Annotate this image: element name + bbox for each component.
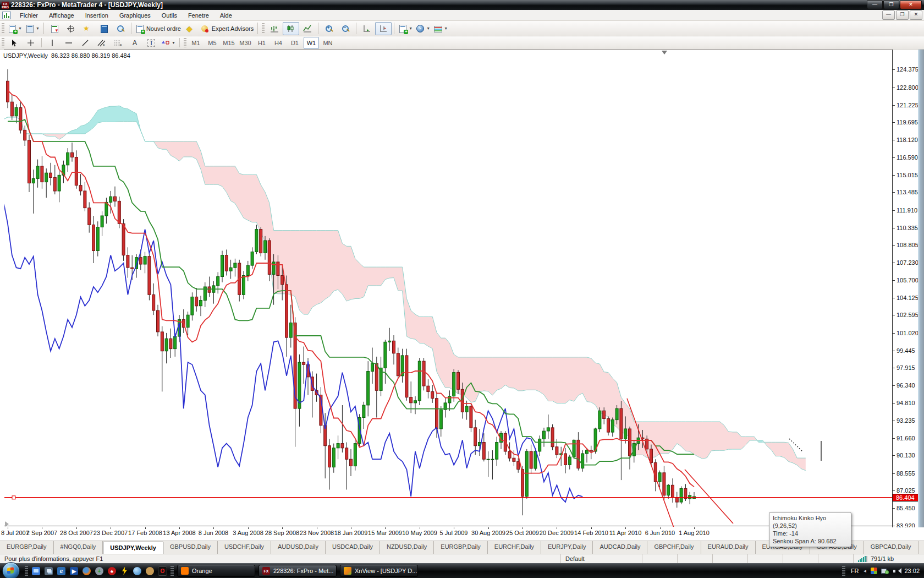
status-profile[interactable]: Default [561,554,642,563]
periods-button[interactable]: ▼ [414,22,432,35]
tab-gbpcad-daily[interactable]: GBPCAD,Daily [864,541,919,554]
start-button[interactable] [2,562,20,578]
horizontal-line-button[interactable] [61,36,77,50]
mdi-close-button[interactable]: ✕ [910,10,922,20]
date-tick [213,527,214,529]
timeframe-button-m5[interactable]: M5 [205,37,220,49]
tray-app-icon[interactable] [871,568,877,574]
antivirus-button[interactable]: + [94,566,105,576]
candlestick-chart-button[interactable] [283,22,299,35]
tab-audjpy-daily[interactable]: AUDJPY,Daily [919,541,924,554]
price-chart[interactable] [4,50,892,527]
channel-button[interactable]: F [94,36,110,50]
timeframe-button-h4[interactable]: H4 [271,37,286,49]
tab-usdjpy-weekly[interactable]: USDJPY,Weekly [103,542,163,554]
timeframe-button-m1[interactable]: M1 [188,37,204,49]
date-label: 1 Aug 2010 [679,530,710,536]
messenger-button[interactable] [132,566,142,576]
menu-item-outils[interactable]: Outils [156,11,183,20]
clock-icon [416,24,425,33]
tab-audcad-daily[interactable]: AUDCAD,Daily [593,541,647,554]
window-title: 228326: FxPro - MetaTrader 4 - [USDJPY,W… [11,1,866,9]
timeframe-button-m30[interactable]: M30 [238,37,253,49]
zoom-in-button[interactable]: + [321,22,337,35]
close-button[interactable]: ✕ [900,1,922,9]
tab-usdchf-daily[interactable]: USDCHF,Daily [218,541,271,554]
price-axis[interactable]: 124.375122.800121.225119.695118.120116.5… [892,50,918,527]
language-indicator[interactable]: FR [851,568,859,574]
tab-eurgbp-daily[interactable]: EURGBP,Daily [0,541,54,554]
timeframe-button-d1[interactable]: D1 [287,37,302,49]
tab-audusd-daily[interactable]: AUDUSD,Daily [271,541,326,554]
tab-gbpchf-daily[interactable]: GBPCHF,Daily [647,541,701,554]
label-tool-icon: T [147,39,156,47]
price-tick [893,473,895,474]
menu-item-graphiques[interactable]: Graphiques [114,11,156,20]
maximize-button[interactable]: ❐ [883,1,899,9]
clock[interactable]: 23:02 [904,568,920,574]
pokerstars-button[interactable]: ♠ [107,566,117,576]
expert-advisors-button[interactable]: Expert Advisors [199,22,255,35]
window-switcher-button[interactable] [43,566,54,576]
timeframe-button-mn[interactable]: MN [320,37,336,49]
text-tool-button[interactable]: A [127,36,143,50]
network-icon[interactable] [881,568,889,574]
trendline-button[interactable] [77,36,94,50]
tab--ngq0-daily[interactable]: #NGQ0,Daily [54,541,103,554]
strategy-tester-button[interactable] [112,22,129,35]
tab-usdcad-daily[interactable]: USDCAD,Daily [326,541,380,554]
emule-button[interactable] [145,566,155,576]
tray-chevron[interactable]: ◄ [863,569,867,574]
internet-explorer-button[interactable]: e [56,566,67,576]
chart-shift-button[interactable] [375,22,392,35]
minimize-button[interactable]: — [867,1,883,9]
zoom-out-button[interactable]: − [337,22,354,35]
cursor-button[interactable] [6,36,23,50]
mdi-restore-button[interactable]: ❐ [896,10,909,20]
fibonacci-button[interactable]: F [110,36,127,50]
taskbar-button-fxpro[interactable]: FX228326: FxPro - Met... [258,565,337,577]
winamp-button[interactable] [119,566,130,576]
vertical-line-button[interactable] [44,36,61,50]
date-tick [625,527,626,529]
media-player-button[interactable]: ▶ [69,566,79,576]
menu-item-insertion[interactable]: Insertion [80,11,114,20]
firefox-button[interactable] [81,566,92,576]
timeframe-button-m15[interactable]: M15 [221,37,237,49]
mdi-minimize-button[interactable]: — [882,10,895,20]
new-chart-button[interactable]: +▼ [6,22,24,35]
date-tick [454,527,454,529]
crosshair-button[interactable] [23,36,39,50]
tab-eurjpy-daily[interactable]: EURJPY,Daily [541,541,593,554]
new-order-button[interactable]: +Nouvel ordre [134,22,183,35]
line-chart-button[interactable] [299,22,316,35]
label-tool-button[interactable]: T [143,36,160,50]
volume-icon[interactable] [893,568,900,574]
navigator-button[interactable]: ★ [79,22,96,35]
auto-scroll-button[interactable] [359,22,375,35]
tab-eurgbp-daily[interactable]: EURGBP,Daily [434,541,488,554]
tab-gbpusd-daily[interactable]: GBPUSD,Daily [163,541,218,554]
arrows-tool-button[interactable]: ▼ [160,36,177,50]
indicators-button[interactable]: +▼ [397,22,414,35]
terminal-button[interactable] [96,22,112,35]
timeframe-button-w1[interactable]: W1 [304,37,319,49]
profiles-button[interactable]: ▼ [24,22,41,35]
data-window-button[interactable] [63,22,79,35]
taskbar-button-xnview[interactable]: XnView - [USDJPY D... [340,565,418,577]
templates-button[interactable]: ▼ [432,22,449,35]
market-watch-button[interactable]: ▼ [46,22,63,35]
tab-nzdusd-daily[interactable]: NZDUSD,Daily [380,541,434,554]
tab-eurchf-daily[interactable]: EURCHF,Daily [488,541,541,554]
metaeditor-button[interactable]: ◆ [183,22,199,35]
menu-item-fichier[interactable]: Fichier [14,11,43,20]
menu-item-affichage[interactable]: Affichage [43,11,80,20]
taskbar-button-orange[interactable]: Orange [177,565,255,577]
menu-item-fenetre[interactable]: Fenetre [183,11,215,20]
menu-item-aide[interactable]: Aide [215,11,238,20]
timeframe-button-h1[interactable]: H1 [254,37,270,49]
show-desktop-button[interactable] [31,566,41,576]
tab-euraud-daily[interactable]: EURAUD,Daily [701,541,756,554]
bar-chart-button[interactable] [266,22,283,35]
opera-button[interactable]: O [157,566,168,576]
